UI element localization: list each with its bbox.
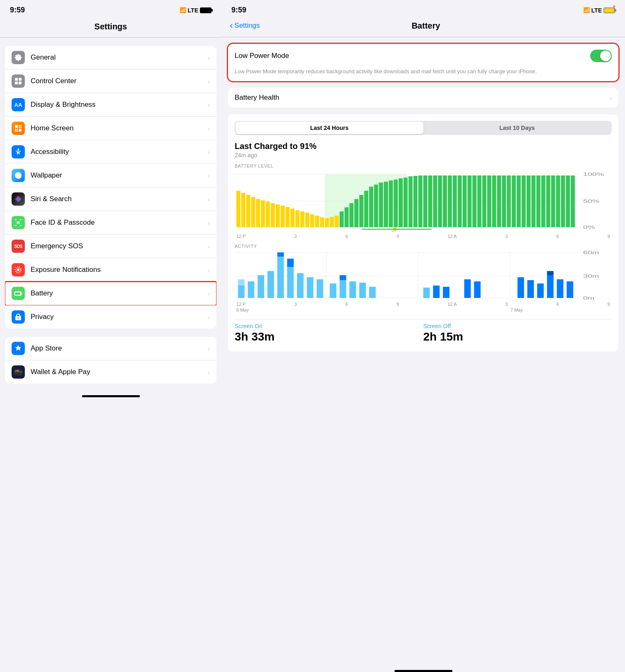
settings-item-exposure[interactable]: Exposure Notifications › [5, 258, 216, 282]
svg-rect-3 [15, 82, 18, 84]
settings-item-battery[interactable]: Battery › [5, 282, 216, 305]
settings-item-siri[interactable]: Siri & Search › [5, 187, 216, 211]
low-power-toggle[interactable] [590, 50, 612, 62]
toggle-knob [600, 50, 611, 61]
settings-item-wallet[interactable]: Wallet & Apple Pay › [5, 360, 216, 384]
signal-icon: 📶 [180, 7, 186, 13]
act-x-6a: 6 [345, 302, 348, 307]
screen-on-label: Screen On [235, 323, 423, 329]
tab-24h[interactable]: Last 24 Hours [236, 122, 423, 134]
svg-rect-68 [354, 199, 358, 227]
svg-rect-67 [349, 203, 353, 227]
svg-rect-97 [497, 175, 501, 227]
svg-rect-9 [20, 127, 22, 128]
settings-item-home[interactable]: Home Screen › [5, 117, 216, 140]
back-button[interactable]: ‹ Settings [230, 20, 260, 31]
back-chevron: ‹ [230, 20, 233, 31]
right-home-indicator [394, 670, 452, 672]
sos-label: Emergency SOS [31, 242, 208, 250]
svg-rect-64 [335, 216, 339, 227]
svg-rect-32 [15, 293, 20, 295]
activity-chart: 60m 30m 0m [235, 250, 612, 300]
act-x-3b: 3 [505, 302, 508, 307]
svg-rect-88 [453, 175, 457, 227]
settings-item-display[interactable]: AA Display & Brightness › [5, 93, 216, 117]
svg-rect-22 [15, 225, 17, 226]
home-label: Home Screen [31, 124, 208, 132]
act-x-3a: 3 [294, 302, 297, 307]
left-status-bar: 9:59 📶 LTE [0, 0, 221, 18]
svg-point-25 [19, 221, 19, 222]
bh-label: Battery Health [235, 94, 279, 102]
svg-rect-148 [464, 279, 471, 298]
battery-icon [12, 287, 25, 300]
right-page-title: Battery [260, 21, 592, 31]
settings-item-accessibility[interactable]: Accessibility › [5, 140, 216, 164]
charts-section: Last 24 Hours Last 10 Days Last Charged … [228, 114, 618, 352]
svg-rect-5 [15, 125, 18, 128]
activity-chart-label: ACTIVITY [235, 244, 612, 249]
left-panel: 9:59 📶 LTE Settings General › [0, 0, 221, 672]
battery-level-chart-label: BATTERY LEVEL [235, 163, 612, 168]
appstore-chevron: › [208, 345, 210, 352]
svg-rect-45 [246, 195, 250, 227]
svg-rect-104 [531, 175, 536, 227]
battery-chevron: › [208, 290, 210, 297]
settings-item-appstore[interactable]: App Store › [5, 337, 216, 360]
privacy-chevron: › [208, 314, 210, 321]
settings-list-main: General › Control Center › AA Display & … [5, 46, 216, 329]
settings-item-control[interactable]: Control Center › [5, 70, 216, 93]
svg-rect-153 [547, 275, 554, 298]
svg-text:50%: 50% [583, 199, 600, 204]
svg-rect-43 [236, 191, 240, 227]
svg-rect-82 [423, 175, 428, 227]
svg-rect-76 [394, 180, 398, 227]
bottom-spacer [228, 352, 618, 360]
svg-point-24 [17, 221, 17, 222]
svg-rect-56 [300, 211, 304, 227]
svg-rect-142 [349, 281, 356, 298]
accessibility-label: Accessibility [31, 148, 208, 156]
svg-rect-93 [477, 175, 481, 227]
home-chevron: › [208, 125, 210, 132]
left-home-indicator [82, 395, 140, 397]
right-status-icons: 📶 LTE [583, 7, 615, 14]
screen-on-value: 3h 33m [235, 330, 423, 343]
bh-row[interactable]: Battery Health › [228, 88, 618, 108]
control-chevron: › [208, 78, 210, 85]
svg-rect-96 [492, 175, 496, 227]
battery-level-chart: 100% 50% 0% [235, 170, 612, 232]
svg-point-16 [19, 174, 21, 175]
accessibility-icon [12, 145, 25, 158]
screen-stats: Screen On 3h 33m Screen Off 2h 15m [235, 319, 612, 345]
svg-text:60m: 60m [583, 250, 599, 255]
battery-full-icon [200, 7, 212, 13]
settings-item-wallpaper[interactable]: Wallpaper › [5, 164, 216, 187]
screen-on-stat: Screen On 3h 33m [235, 323, 423, 343]
settings-item-faceid[interactable]: Face ID & Passcode › [5, 211, 216, 235]
svg-rect-10 [15, 129, 16, 130]
settings-item-privacy[interactable]: Privacy › [5, 305, 216, 329]
svg-rect-129 [248, 281, 255, 298]
svg-rect-91 [467, 175, 471, 227]
svg-rect-8 [19, 127, 20, 128]
tab-10d[interactable]: Last 10 Days [423, 122, 611, 134]
settings-item-general[interactable]: General › [5, 46, 216, 70]
act-x-12p: 12 P [236, 302, 246, 307]
left-page-title: Settings [0, 22, 221, 31]
wallpaper-label: Wallpaper [31, 171, 208, 180]
right-panel: 9:59 📶 LTE ↑ ‹ Settings Battery Low Powe… [221, 0, 625, 672]
svg-rect-11 [17, 129, 18, 130]
right-status-bar: 9:59 📶 LTE ↑ [221, 0, 625, 18]
wallet-label: Wallet & Apple Pay [31, 368, 208, 376]
svg-rect-71 [369, 187, 373, 227]
general-icon [12, 51, 25, 64]
settings-item-sos[interactable]: SOS Emergency SOS › [5, 235, 216, 258]
svg-rect-112 [571, 175, 575, 227]
svg-rect-63 [330, 217, 334, 227]
display-chevron: › [208, 101, 210, 108]
battery-content: Low Power Mode Low Power Mode temporaril… [221, 37, 625, 667]
svg-rect-146 [433, 286, 440, 298]
faceid-chevron: › [208, 219, 210, 226]
lpm-label: Low Power Mode [235, 52, 289, 60]
